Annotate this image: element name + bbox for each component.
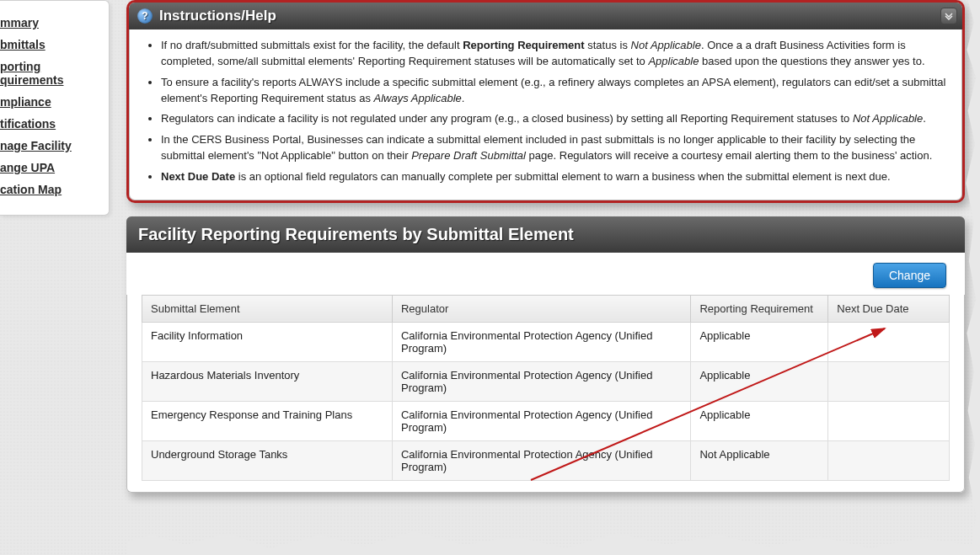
sidebar-item-compliance[interactable]: mpliance	[0, 95, 102, 109]
table-cell: Underground Storage Tanks	[142, 440, 393, 480]
sidebar-item-notifications[interactable]: tifications	[0, 117, 102, 131]
table-toolbar: Change	[126, 253, 965, 295]
table-cell	[828, 401, 950, 440]
help-bullet: If no draft/submitted submittals exist f…	[161, 38, 947, 70]
table-cell: Emergency Response and Training Plans	[142, 401, 393, 440]
col-regulator: Regulator	[392, 295, 690, 322]
sidebar-item-reporting-requirements[interactable]: porting quirements	[0, 60, 102, 87]
instructions-help-title: Instructions/Help	[159, 8, 276, 24]
table-cell: California Environmental Protection Agen…	[392, 440, 690, 480]
table-cell: Facility Information	[142, 322, 393, 361]
collapse-button[interactable]	[940, 8, 957, 24]
table-cell: Applicable	[691, 401, 828, 440]
table-row: Underground Storage TanksCalifornia Envi…	[142, 440, 950, 480]
help-bullet: Next Due Date is an optional field regul…	[161, 169, 947, 185]
sidebar-item-location-map[interactable]: cation Map	[0, 183, 102, 196]
table-cell: California Environmental Protection Agen…	[392, 401, 690, 440]
table-cell: California Environmental Protection Agen…	[392, 322, 690, 361]
table-cell: California Environmental Protection Agen…	[392, 361, 690, 401]
table-cell	[828, 440, 950, 480]
col-submittal-element: Submittal Element	[142, 295, 393, 322]
help-bullet: In the CERS Business Portal, Businesses …	[161, 132, 947, 164]
col-next-due-date: Next Due Date	[828, 295, 950, 322]
table-header-row: Submittal Element Regulator Reporting Re…	[142, 295, 950, 322]
table-cell: Hazardous Materials Inventory	[142, 361, 393, 401]
change-button[interactable]: Change	[873, 263, 946, 288]
table-cell: Not Applicable	[691, 440, 828, 480]
sidebar: mmary bmittals porting quirements mplian…	[0, 0, 110, 216]
sidebar-item-submittals[interactable]: bmittals	[0, 38, 102, 51]
sidebar-item-summary[interactable]: mmary	[0, 16, 102, 29]
table-row: Emergency Response and Training PlansCal…	[142, 401, 950, 440]
table-cell	[828, 361, 950, 401]
requirements-table: Submittal Element Regulator Reporting Re…	[142, 295, 950, 481]
instructions-help-panel: ? Instructions/Help If no draft/submitte…	[126, 0, 965, 203]
sidebar-item-change-upa[interactable]: ange UPA	[0, 161, 102, 174]
sidebar-item-manage-facility[interactable]: nage Facility	[0, 139, 102, 152]
instructions-help-body: If no draft/submitted submittals exist f…	[129, 29, 962, 200]
help-bullet: Regulators can indicate a facility is no…	[161, 111, 947, 127]
table-cell: Applicable	[691, 322, 828, 361]
reporting-requirements-panel: Facility Reporting Requirements by Submi…	[126, 216, 965, 493]
table-cell	[828, 322, 950, 361]
table-cell: Applicable	[691, 361, 828, 401]
help-icon: ?	[137, 8, 153, 24]
col-reporting-requirement: Reporting Requirement	[691, 295, 828, 322]
reporting-requirements-title: Facility Reporting Requirements by Submi…	[138, 225, 574, 244]
help-bullet: To ensure a facility's reports ALWAYS in…	[161, 75, 947, 107]
table-row: Facility InformationCalifornia Environme…	[142, 322, 950, 361]
reporting-requirements-header: Facility Reporting Requirements by Submi…	[126, 216, 965, 253]
table-row: Hazardous Materials InventoryCalifornia …	[142, 361, 950, 401]
instructions-help-header: ? Instructions/Help	[129, 3, 962, 29]
